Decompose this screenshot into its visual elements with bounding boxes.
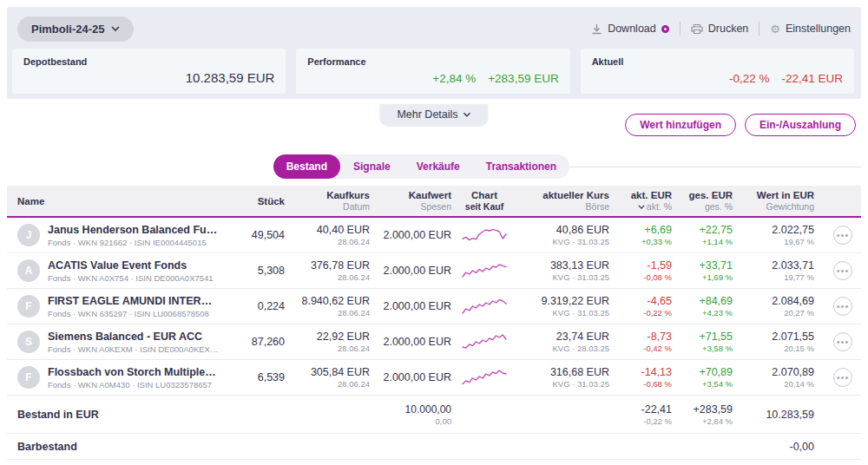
tab-bestand[interactable]: Bestand xyxy=(273,154,340,179)
deposit-withdraw-button[interactable]: Ein-/Auszahlung xyxy=(745,114,856,136)
wert-cell: 2.084,69 20,27 % xyxy=(738,295,814,318)
printer-icon xyxy=(691,23,703,35)
depot-value: 10.283,59 EUR xyxy=(23,70,274,85)
fund-name[interactable]: FIRST EAGLE AMUNDI INTERNATIONAL FUND - … xyxy=(48,295,219,307)
tab-signale[interactable]: Signale xyxy=(340,154,404,179)
fund-avatar: J xyxy=(17,224,40,246)
table-row[interactable]: F FIRST EAGLE AMUNDI INTERNATIONAL FUND … xyxy=(7,289,861,324)
aktueller-kurs-cell: 9.319,22 EUR KVG · 31.03.25 xyxy=(517,295,609,318)
fund-name-cell[interactable]: A ACATIS Value Event Fonds Fonds · WKN A… xyxy=(17,259,219,283)
row-menu-button[interactable]: ••• xyxy=(833,332,852,351)
settings-button[interactable]: ⚙ Einstellungen xyxy=(770,23,851,36)
card-label: Performance xyxy=(307,56,558,67)
holdings-table: Name Stück KaufkursDatum KaufwertSpesen … xyxy=(7,186,861,465)
kaufwert-value: 2.000,00 EUR xyxy=(375,300,451,312)
card-performance: Performance +2,84 %+283,59 EUR xyxy=(296,49,569,94)
gear-icon: ⚙ xyxy=(770,23,780,36)
row-menu-button[interactable]: ••• xyxy=(833,368,852,387)
tab-transaktionen[interactable]: Transaktionen xyxy=(473,154,569,179)
fund-name-cell[interactable]: F FIRST EAGLE AMUNDI INTERNATIONAL FUND … xyxy=(17,295,219,318)
divider xyxy=(759,22,760,36)
kaufwert-value: 2.000,00 EUR xyxy=(375,371,451,383)
sort-chevron-icon xyxy=(638,205,645,209)
more-details-label: Mehr Details xyxy=(397,108,457,121)
card-aktuell: Aktuell -0,22 %-22,41 EUR xyxy=(581,49,854,94)
akt-eur-cell: +6,69 +0,33 % xyxy=(615,224,672,246)
summary-label: Barbestand xyxy=(17,441,219,453)
summary-akt: -22,41 -0,22 % xyxy=(615,403,672,426)
col-wert[interactable]: Wert in EURGewichtung xyxy=(738,190,814,212)
sparkline-chart[interactable] xyxy=(457,331,512,353)
portfolio-name: Pimboli-24-25 xyxy=(31,23,105,36)
table-row[interactable]: F Flossbach von Storch Multiple Opportun… xyxy=(7,360,861,396)
fund-name-cell[interactable]: F Flossbach von Storch Multiple Opportun… xyxy=(17,366,219,390)
col-akt-eur[interactable]: akt. EUR akt. % xyxy=(615,190,672,212)
sparkline-chart[interactable] xyxy=(457,366,512,389)
wert-cell: 2.033,71 19,77 % xyxy=(738,259,814,282)
card-label: Depotbestand xyxy=(23,56,274,67)
tab-verkaeufe[interactable]: Verkäufe xyxy=(404,154,473,179)
sparkline-chart[interactable] xyxy=(457,224,512,246)
summary-row-gesamtwert: Gesamtwert +283,59 10.283,59 xyxy=(7,460,861,465)
col-chart[interactable]: Chartseit Kauf xyxy=(457,190,512,212)
kaufwert-value: 2.000,00 EUR xyxy=(375,336,451,348)
summary-ges: +283,59 +2,84 % xyxy=(677,403,733,426)
fund-name-cell[interactable]: S Siemens Balanced - EUR ACC Fonds · WKN… xyxy=(17,331,219,354)
table-body: J Janus Henderson Balanced Fund - A2 USD… xyxy=(7,218,861,396)
col-aktueller-kurs[interactable]: aktueller KursBörse xyxy=(517,190,609,212)
table-row[interactable]: A ACATIS Value Event Fonds Fonds · WKN A… xyxy=(7,253,861,289)
portfolio-page: Pimboli-24-25 Download Drucken ⚙ Einstel… xyxy=(0,0,868,465)
row-menu-button[interactable]: ••• xyxy=(833,297,852,316)
aktueller-kurs-cell: 40,86 EUR KVG · 31.03.25 xyxy=(517,224,609,246)
premium-badge-icon xyxy=(661,25,669,33)
wert-cell: 2.070,89 20,14 % xyxy=(738,366,814,389)
kaufkurs-cell: 376,78 EUR 28.06.24 xyxy=(290,259,370,282)
ges-eur-cell: +71,55 +3,58 % xyxy=(677,331,733,353)
fund-name[interactable]: ACATIS Value Event Fonds xyxy=(48,259,214,272)
fund-name[interactable]: Janus Henderson Balanced Fund - A2 USD A… xyxy=(48,224,219,236)
fund-name[interactable]: Flossbach von Storch Multiple Opportunit… xyxy=(48,366,219,378)
download-button[interactable]: Download xyxy=(591,23,669,35)
sparkline-chart[interactable] xyxy=(457,295,512,318)
fund-name[interactable]: Siemens Balanced - EUR ACC xyxy=(48,331,219,343)
chevron-down-icon xyxy=(111,26,120,31)
fund-meta: Fonds · WKN A0KEXM · ISIN DE000A0KEXM6 xyxy=(48,344,219,354)
print-label: Drucken xyxy=(708,23,749,35)
summary-kaufwert: 10.000,00 0,00 xyxy=(375,403,451,426)
kaufkurs-cell: 8.940,62 EUR 28.06.24 xyxy=(290,295,370,318)
row-menu-button[interactable]: ••• xyxy=(833,226,852,245)
table-row[interactable]: S Siemens Balanced - EUR ACC Fonds · WKN… xyxy=(7,324,861,360)
print-button[interactable]: Drucken xyxy=(691,23,749,35)
download-icon xyxy=(591,23,602,35)
stueck-value: 0,224 xyxy=(224,300,285,312)
fund-meta: Fonds · WKN 921662 · ISIN IE0004445015 xyxy=(48,238,219,247)
kaufwert-value: 2.000,00 EUR xyxy=(375,229,451,241)
sub-banner: Mehr Details Wert hinzufügen Ein-/Auszah… xyxy=(0,106,868,151)
kaufkurs-cell: 22,92 EUR 28.06.24 xyxy=(290,331,370,353)
portfolio-selector[interactable]: Pimboli-24-25 xyxy=(17,16,134,42)
kaufkurs-cell: 40,40 EUR 28.06.24 xyxy=(290,224,370,246)
col-stueck[interactable]: Stück xyxy=(224,196,285,206)
add-value-button[interactable]: Wert hinzufügen xyxy=(625,114,736,136)
row-menu-button[interactable]: ••• xyxy=(833,261,852,280)
table-row[interactable]: J Janus Henderson Balanced Fund - A2 USD… xyxy=(7,218,861,253)
kaufkurs-cell: 305,84 EUR 28.06.24 xyxy=(290,366,370,389)
tab-bar: Bestand Signale Verkäufe Transaktionen xyxy=(7,154,861,179)
akt-eur-cell: -8,73 -0,42 % xyxy=(615,331,672,353)
divider xyxy=(680,22,681,36)
portfolio-header: Pimboli-24-25 Download Drucken ⚙ Einstel… xyxy=(7,7,861,99)
col-kaufwert[interactable]: KaufwertSpesen xyxy=(375,190,451,212)
kaufwert-value: 2.000,00 EUR xyxy=(375,265,451,277)
card-depotbestand: Depotbestand 10.283,59 EUR xyxy=(12,49,286,94)
fund-avatar: F xyxy=(17,295,40,318)
more-details-button[interactable]: Mehr Details xyxy=(379,104,488,127)
col-kaufkurs[interactable]: KaufkursDatum xyxy=(290,190,370,212)
stueck-value: 49,504 xyxy=(224,229,285,241)
barbestand-wert: -0,00 xyxy=(738,441,814,453)
col-ges-eur[interactable]: ges. EURges. % xyxy=(677,190,733,212)
sparkline-chart[interactable] xyxy=(457,259,512,282)
col-name[interactable]: Name xyxy=(17,196,219,206)
fund-name-cell[interactable]: J Janus Henderson Balanced Fund - A2 USD… xyxy=(17,224,219,247)
summary-wert: 10.283,59 xyxy=(738,409,814,421)
card-label: Aktuell xyxy=(592,56,843,67)
